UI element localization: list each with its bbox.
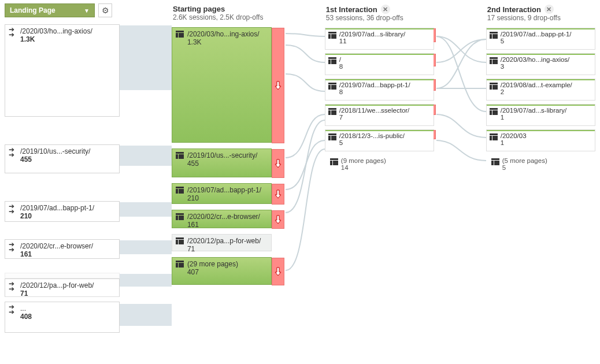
- node-path: /2020/03/ho...ing-axios/: [501, 56, 592, 63]
- close-stage-button[interactable]: ✕: [545, 5, 554, 14]
- node-path: /2020/02/cr...e-browser/: [20, 242, 116, 250]
- svg-rect-38: [492, 34, 498, 39]
- interaction-node[interactable]: /2020/03/ho...ing-axios/3: [486, 53, 595, 75]
- stage-sub-2nd: 17 sessions, 9 drop-offs: [486, 14, 595, 22]
- interaction-node[interactable]: /2019/07/ad...s-library/11: [325, 28, 434, 50]
- page-icon: [176, 261, 184, 268]
- svg-rect-18: [328, 32, 336, 34]
- svg-rect-26: [331, 85, 336, 90]
- node-value: 455: [20, 155, 116, 164]
- page-icon: [328, 108, 336, 115]
- svg-rect-35: [333, 161, 338, 165]
- svg-rect-12: [176, 237, 184, 239]
- page-icon: [490, 57, 498, 64]
- interaction-node[interactable]: /2019/08/ad...t-example/2: [486, 79, 595, 101]
- stage-sub-starting: 2.6K sessions, 2.5K drop-offs: [172, 13, 272, 21]
- starting-page-node[interactable]: /2020/03/ho...ing-axios/1.3K: [172, 27, 272, 143]
- svg-rect-2: [179, 33, 184, 38]
- landing-node[interactable]: ➔➔/2020/02/cr...e-browser/161: [5, 239, 120, 259]
- starting-page-node[interactable]: /2020/12/pa...p-for-web/71: [172, 234, 272, 251]
- svg-rect-22: [328, 60, 331, 64]
- flow-arrows-icon: ➔➔: [9, 242, 18, 252]
- dropoff-indicator[interactable]: [272, 184, 284, 205]
- page-icon: [328, 133, 336, 140]
- svg-rect-50: [492, 136, 498, 140]
- more-value: 14: [341, 164, 386, 171]
- starting-page-node[interactable]: /2019/10/us...-security/455: [172, 148, 272, 177]
- page-icon: [176, 187, 184, 194]
- svg-rect-32: [331, 136, 336, 140]
- page-icon: [491, 158, 499, 165]
- node-path: (29 more pages): [187, 260, 269, 268]
- node-value: 455: [187, 159, 269, 168]
- node-path: /2020/12/pa...p-for-web/: [20, 281, 116, 289]
- interaction-node[interactable]: /8: [325, 53, 434, 75]
- svg-rect-10: [176, 216, 178, 220]
- svg-rect-41: [492, 60, 498, 64]
- interaction-node[interactable]: /2019/07/ad...bapp-pt-1/5: [486, 28, 595, 50]
- node-path: /2019/08/ad...t-example/: [501, 81, 592, 88]
- more-pages-row[interactable]: (9 more pages)14: [325, 155, 434, 173]
- more-pages-row[interactable]: (5 more pages)5: [486, 155, 595, 173]
- node-value: 71: [20, 289, 116, 298]
- page-icon: [490, 108, 498, 115]
- svg-rect-52: [491, 161, 494, 165]
- flow-arrows-icon: ➔➔: [9, 204, 18, 214]
- starting-page-node[interactable]: /2019/07/ad...bapp-pt-1/210: [172, 183, 272, 204]
- svg-rect-21: [328, 57, 336, 59]
- node-path: /2020/03/ho...ing-axios/: [187, 30, 269, 38]
- page-icon: [328, 83, 336, 90]
- flow-arrows-icon: ➔➔: [9, 147, 18, 158]
- close-stage-button[interactable]: ✕: [381, 5, 390, 14]
- dropoff-indicator[interactable]: [272, 28, 284, 143]
- interaction-node[interactable]: /2018/11/we...sselector/7: [325, 104, 434, 126]
- starting-page-node[interactable]: /2020/02/cr...e-browser/161: [172, 210, 272, 228]
- interaction-node[interactable]: /2018/12/3-...is-public/5: [325, 129, 434, 151]
- page-icon: [490, 32, 498, 39]
- node-value: 407: [187, 268, 269, 276]
- flow-connector: [120, 304, 172, 326]
- node-value: 5: [501, 38, 592, 44]
- svg-rect-43: [490, 85, 492, 90]
- close-icon: ✕: [383, 6, 388, 13]
- svg-rect-15: [176, 261, 184, 262]
- landing-node[interactable]: ➔➔...408: [5, 302, 120, 333]
- node-path: /2019/07/ad...bapp-pt-1/: [20, 204, 116, 212]
- flow-connector: [120, 240, 172, 254]
- landing-node[interactable]: ➔➔/2019/07/ad...bapp-pt-1/210: [5, 201, 120, 222]
- svg-rect-23: [331, 60, 336, 64]
- dropoff-indicator[interactable]: [272, 210, 284, 229]
- node-value: 3: [501, 63, 592, 70]
- more-value: 5: [502, 164, 547, 171]
- node-path: /2019/07/ad...bapp-pt-1/: [501, 31, 592, 38]
- node-path: /2019/07/ad...s-library/: [501, 107, 592, 114]
- svg-rect-29: [331, 110, 336, 115]
- svg-rect-11: [179, 216, 184, 220]
- svg-rect-39: [490, 57, 498, 59]
- svg-rect-36: [490, 32, 498, 34]
- dropoff-indicator[interactable]: [272, 149, 284, 178]
- starting-page-node[interactable]: (29 more pages)407: [172, 257, 272, 285]
- svg-rect-28: [328, 110, 331, 115]
- dropoff-indicator[interactable]: [272, 258, 284, 285]
- page-icon: [176, 237, 184, 244]
- svg-rect-44: [492, 85, 498, 90]
- node-value: 8: [339, 63, 431, 70]
- node-value: 210: [20, 212, 116, 220]
- landing-node[interactable]: ➔➔/2020/12/pa...p-for-web/71: [5, 278, 120, 297]
- landing-node[interactable]: ➔➔/2020/03/ho...ing-axios/1.3K: [5, 24, 120, 117]
- node-value: 161: [187, 221, 269, 229]
- node-path: /2019/10/us...-security/: [20, 147, 116, 155]
- node-value: 408: [20, 313, 116, 321]
- svg-rect-30: [328, 133, 336, 135]
- page-icon: [328, 32, 336, 39]
- svg-rect-53: [494, 161, 499, 165]
- node-path: /2020/03/ho...ing-axios/: [20, 27, 116, 35]
- interaction-node[interactable]: /2019/07/ad...s-library/1: [486, 104, 595, 126]
- node-value: 161: [20, 250, 116, 258]
- node-value: 2: [501, 88, 592, 95]
- landing-node[interactable]: ➔➔/2019/10/us...-security/455: [5, 144, 120, 173]
- node-value: 8: [339, 88, 431, 95]
- interaction-node[interactable]: /2019/07/ad...bapp-pt-1/8: [325, 79, 434, 101]
- interaction-node[interactable]: /2020/031: [486, 129, 595, 151]
